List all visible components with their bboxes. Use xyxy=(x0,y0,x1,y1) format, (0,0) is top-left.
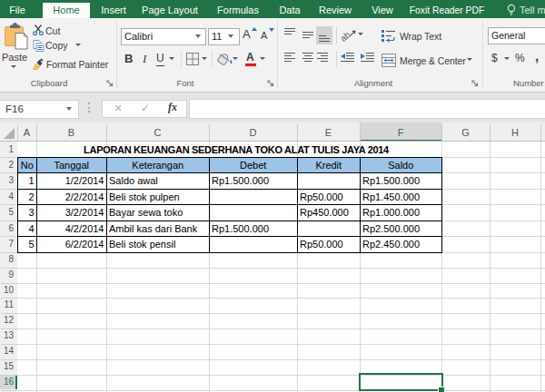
svg-text:ab: ab xyxy=(340,29,352,43)
